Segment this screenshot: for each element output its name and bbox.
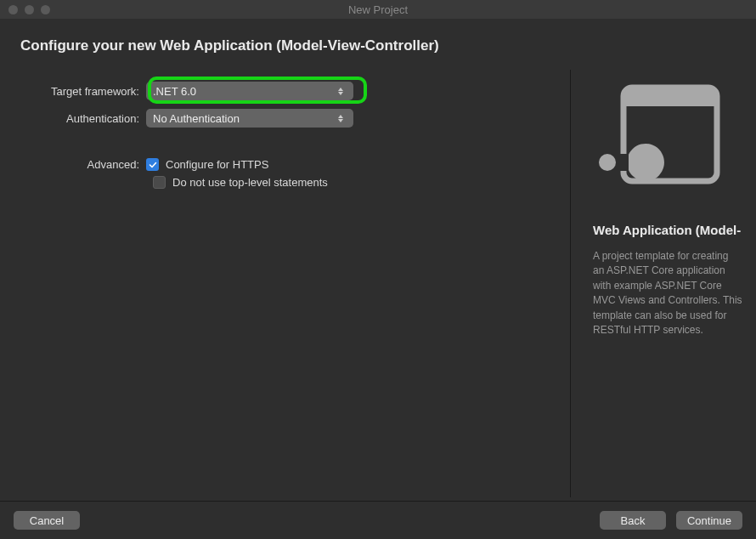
checkmark-icon [149, 161, 157, 169]
back-button[interactable]: Back [600, 511, 666, 530]
side-panel: Web Application (Model- A project templa… [571, 70, 756, 497]
form-area: Target framework: .NET 6.0 Authenticatio… [0, 70, 571, 497]
advanced-label: Advanced: [20, 158, 146, 171]
close-window-icon[interactable] [8, 5, 18, 14]
svg-point-3 [599, 154, 616, 171]
target-framework-select[interactable]: .NET 6.0 [146, 82, 353, 100]
footer: Cancel Back Continue [0, 501, 756, 539]
template-description: A project template for creating an ASP.N… [593, 249, 742, 338]
authentication-label: Authentication: [20, 112, 146, 125]
template-icon [593, 83, 720, 194]
target-framework-value: .NET 6.0 [153, 85, 196, 98]
template-title: Web Application (Model- [593, 223, 742, 237]
target-framework-label: Target framework: [20, 85, 146, 98]
window-controls [0, 5, 50, 14]
maximize-window-icon[interactable] [41, 5, 50, 14]
authentication-select[interactable]: No Authentication [146, 109, 353, 128]
toplevel-checkbox[interactable] [153, 176, 166, 189]
authentication-value: No Authentication [153, 112, 240, 125]
svg-rect-4 [618, 154, 629, 171]
https-checkbox[interactable] [146, 158, 159, 171]
page-heading: Configure your new Web Application (Mode… [0, 19, 756, 70]
https-checkbox-label: Configure for HTTPS [166, 158, 268, 171]
dropdown-arrows-icon [335, 84, 347, 98]
continue-button[interactable]: Continue [676, 511, 742, 530]
svg-rect-2 [623, 98, 717, 106]
toplevel-checkbox-label: Do not use top-level statements [172, 176, 328, 189]
window-title: New Project [0, 3, 756, 16]
cancel-button[interactable]: Cancel [14, 511, 80, 530]
dropdown-arrows-icon [335, 111, 347, 125]
minimize-window-icon[interactable] [25, 5, 34, 14]
titlebar: New Project [0, 0, 756, 19]
